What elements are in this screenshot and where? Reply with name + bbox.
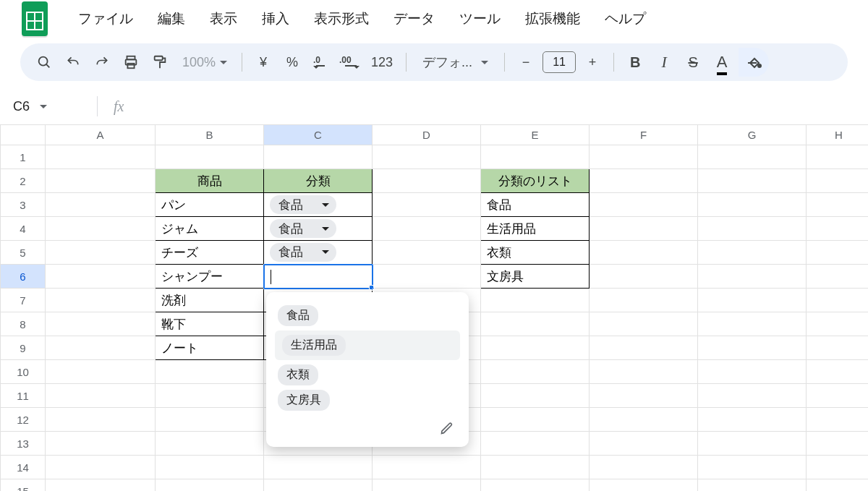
svg-point-0: [39, 57, 48, 66]
dv-option[interactable]: 生活用品: [275, 330, 460, 360]
cell-C5[interactable]: 食品: [264, 241, 373, 265]
col-hdr-A[interactable]: A: [46, 125, 156, 145]
name-box-value: C6: [13, 99, 30, 114]
fontsize-increase-button[interactable]: +: [580, 50, 605, 74]
dv-chip-label: 食品: [278, 221, 303, 237]
cell-E5[interactable]: 衣類: [481, 241, 590, 265]
row-hdr-11[interactable]: 11: [1, 384, 46, 408]
cell-B5[interactable]: チーズ: [156, 241, 264, 265]
search-icon[interactable]: [32, 50, 56, 74]
chevron-down-icon: [322, 203, 329, 210]
name-box[interactable]: C6: [9, 99, 81, 114]
fontsize-input[interactable]: 11: [542, 51, 576, 73]
percent-button[interactable]: %: [280, 50, 305, 74]
fx-icon: fx: [114, 98, 124, 115]
cell-E3[interactable]: 食品: [481, 193, 590, 217]
row-hdr-4[interactable]: 4: [1, 217, 46, 241]
svg-point-10: [758, 64, 761, 67]
col-hdr-E[interactable]: E: [481, 125, 590, 145]
font-name-label: デフォ...: [422, 54, 472, 71]
cell-B4[interactable]: ジャム: [156, 217, 264, 241]
fill-color-button[interactable]: [739, 48, 769, 77]
bold-button[interactable]: B: [623, 50, 647, 74]
cell-B8[interactable]: 靴下: [156, 312, 264, 336]
currency-button[interactable]: ¥: [251, 50, 276, 74]
chevron-down-icon: [322, 250, 329, 257]
cell-C3[interactable]: 食品: [264, 193, 373, 217]
cell-C4[interactable]: 食品: [264, 217, 373, 241]
menu-insert[interactable]: 挿入: [253, 5, 298, 33]
row-hdr-13[interactable]: 13: [1, 432, 46, 456]
col-hdr-G[interactable]: G: [698, 125, 807, 145]
row-hdr-2[interactable]: 2: [1, 169, 46, 193]
cell-B9[interactable]: ノート: [156, 336, 264, 360]
menu-help[interactable]: ヘルプ: [596, 5, 655, 33]
undo-icon[interactable]: [61, 50, 85, 74]
row-hdr-5[interactable]: 5: [1, 241, 46, 265]
menu-format[interactable]: 表示形式: [305, 5, 378, 33]
row-hdr-6[interactable]: 6: [1, 265, 46, 289]
cell-B6[interactable]: シャンプー: [156, 265, 264, 289]
sheets-icon[interactable]: [22, 1, 48, 36]
col-hdr-F[interactable]: F: [590, 125, 698, 145]
toolbar: 100% ¥ % .0 .00 123 デフォ... − 11 + B I S …: [20, 43, 848, 81]
row-hdr-3[interactable]: 3: [1, 193, 46, 217]
dv-edit-button[interactable]: [271, 415, 464, 441]
font-dropdown[interactable]: デフォ...: [415, 54, 495, 71]
header-b[interactable]: 商品: [156, 169, 264, 193]
increase-decimal-button[interactable]: .00: [338, 50, 362, 74]
italic-button[interactable]: I: [652, 50, 676, 74]
num-format-button[interactable]: 123: [367, 50, 397, 74]
menu-edit[interactable]: 編集: [149, 5, 194, 33]
header-e[interactable]: 分類のリスト: [481, 169, 590, 193]
row-hdr-1[interactable]: 1: [1, 145, 46, 169]
dv-chip[interactable]: 食品: [270, 243, 336, 262]
print-icon[interactable]: [119, 50, 143, 74]
decrease-decimal-button[interactable]: .0: [309, 50, 333, 74]
cell-B3[interactable]: パン: [156, 193, 264, 217]
text-color-button[interactable]: A: [710, 50, 734, 74]
col-hdr-H[interactable]: H: [807, 125, 869, 145]
row-hdr-9[interactable]: 9: [1, 336, 46, 360]
redo-icon[interactable]: [90, 50, 114, 74]
caret-icon: [481, 61, 488, 68]
row-hdr-14[interactable]: 14: [1, 456, 46, 479]
cell-B7[interactable]: 洗剤: [156, 289, 264, 312]
header-c[interactable]: 分類: [264, 169, 373, 193]
chevron-down-icon: [322, 227, 329, 234]
dv-option[interactable]: 衣類: [278, 364, 457, 385]
menu-tools[interactable]: ツール: [451, 5, 509, 33]
cell-E4[interactable]: 生活用品: [481, 217, 590, 241]
row-hdr-7[interactable]: 7: [1, 289, 46, 312]
col-hdr-C[interactable]: C: [264, 125, 373, 145]
menu-view[interactable]: 表示: [201, 5, 246, 33]
svg-text:.00: .00: [339, 55, 352, 65]
dv-option[interactable]: 文房具: [278, 390, 457, 411]
menu-data[interactable]: データ: [385, 5, 443, 33]
dv-option[interactable]: 食品: [278, 305, 457, 326]
svg-text:.0: .0: [313, 55, 320, 65]
strikethrough-button[interactable]: S: [681, 50, 705, 74]
dv-chip[interactable]: 食品: [270, 219, 336, 238]
col-hdr-B[interactable]: B: [156, 125, 264, 145]
menu-extensions[interactable]: 拡張機能: [516, 5, 589, 33]
svg-rect-5: [155, 56, 163, 61]
dv-chip[interactable]: 食品: [270, 195, 336, 214]
select-all-corner[interactable]: [1, 125, 46, 145]
cell-E6[interactable]: 文房具: [481, 265, 590, 289]
fontsize-decrease-button[interactable]: −: [514, 50, 538, 74]
caret-icon: [220, 61, 227, 68]
menu-file[interactable]: ファイル: [69, 5, 142, 33]
row-hdr-8[interactable]: 8: [1, 312, 46, 336]
row-hdr-12[interactable]: 12: [1, 408, 46, 432]
zoom-value: 100%: [182, 55, 216, 70]
row-hdr-10[interactable]: 10: [1, 360, 46, 384]
data-validation-dropdown[interactable]: 食品 生活用品 衣類 文房具: [266, 292, 469, 447]
cell-C6-active[interactable]: [264, 265, 373, 289]
zoom-dropdown[interactable]: 100%: [176, 55, 233, 70]
pencil-icon: [440, 421, 454, 435]
row-hdr-15[interactable]: 15: [1, 479, 46, 492]
dv-option-label: 食品: [278, 305, 318, 326]
paint-format-icon[interactable]: [148, 50, 172, 74]
col-hdr-D[interactable]: D: [373, 125, 481, 145]
